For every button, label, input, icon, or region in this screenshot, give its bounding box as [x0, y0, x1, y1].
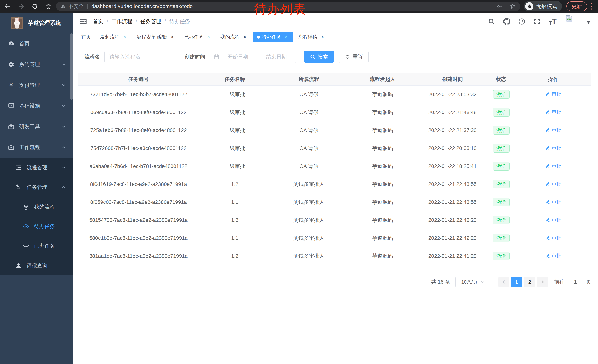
approve-button[interactable]: 审批 [545, 163, 561, 169]
breadcrumb-home[interactable]: 首页 [93, 18, 103, 25]
edit-pen-icon [545, 91, 550, 97]
cell-task-id: a6aba0a4-7b6d-11ec-b781-acde48001122 [78, 163, 199, 169]
page-button-2[interactable]: 2 [524, 277, 535, 287]
browser-forward-icon[interactable] [18, 3, 25, 10]
approve-button[interactable]: 审批 [545, 109, 561, 115]
cell-task-id: 8f059c03-7ac8-11ec-a9e2-a2380e71991a [78, 199, 199, 205]
status-badge: 激活 [493, 108, 510, 117]
browser-update-button[interactable]: 更新 [566, 1, 587, 11]
cell-process: 测试多审批人 [270, 199, 347, 206]
password-key-icon[interactable] [497, 3, 503, 9]
fullscreen-icon[interactable] [533, 18, 540, 25]
sidebar-item-workflow[interactable]: 工作流程 [0, 137, 73, 158]
next-page-button[interactable] [537, 277, 548, 287]
prev-page-button[interactable] [498, 277, 509, 287]
browser-home-icon[interactable] [45, 3, 52, 10]
browser-menu-icon[interactable] [590, 2, 593, 10]
avatar[interactable] [565, 14, 580, 29]
table-row[interactable]: 381aa1dd-7ac8-11ec-a9e2-a2380e71991a 1.2… [78, 247, 591, 265]
table-row[interactable]: 73211d9d-7b9b-11ec-b5b7-acde48001122 一级审… [78, 86, 591, 104]
cell-create-time: 2022-01-21 22:43:55 [418, 199, 487, 205]
sidebar-item-process-management[interactable]: 流程管理 [0, 158, 73, 177]
date-range-picker[interactable]: 开始日期 - 结束日期 [210, 51, 296, 63]
goto-page-input[interactable] [568, 277, 583, 287]
table-row[interactable]: 580e1b3d-7ac8-11ec-a9e2-a2380e71991a 1.1… [78, 229, 591, 247]
approve-button[interactable]: 审批 [545, 199, 561, 205]
table-row[interactable]: 8f059c03-7ac8-11ec-a9e2-a2380e71991a 1.1… [78, 193, 591, 211]
approve-button[interactable]: 审批 [545, 127, 561, 133]
cell-task-name: 1.1 [199, 235, 270, 241]
chevron-right-icon [540, 280, 545, 284]
tab[interactable]: 待办任务 [253, 32, 292, 42]
approve-button[interactable]: 审批 [545, 181, 561, 187]
browser-reload-icon[interactable] [32, 3, 38, 10]
header-actions: TT [488, 14, 598, 29]
bookmark-star-icon[interactable] [510, 3, 516, 9]
sidebar-item-todo-tasks[interactable]: 待办任务 [0, 217, 73, 236]
browser-back-icon[interactable] [4, 3, 11, 10]
sidebar-item-leave-query[interactable]: 请假查询 [0, 256, 73, 275]
person-face-icon [23, 203, 29, 210]
sidebar-item-dev-tools[interactable]: 研发工具 [0, 116, 73, 137]
sidebar-item-infrastructure[interactable]: 基础设施 [0, 96, 73, 116]
process-name-input[interactable] [105, 51, 172, 63]
font-size-icon[interactable]: TT [549, 18, 556, 25]
page-size-select[interactable]: 10条/页 [455, 277, 491, 287]
breadcrumb-task-management[interactable]: 任务管理 [141, 18, 161, 25]
approve-button[interactable]: 审批 [545, 91, 561, 97]
table-row[interactable]: 75d72608-7b7f-11ec-a3c8-acde48001122 一级审… [78, 139, 591, 157]
tab-close-icon[interactable] [122, 34, 127, 40]
tab-close-icon[interactable] [206, 34, 211, 40]
approve-button[interactable]: 审批 [545, 145, 561, 151]
status-badge: 激活 [493, 162, 510, 170]
table-row[interactable]: 069c6a63-7b8a-11ec-8ef0-acde48001122 一级审… [78, 104, 591, 121]
cell-task-id: 069c6a63-7b8a-11ec-8ef0-acde48001122 [78, 109, 199, 115]
chevron-up-icon [61, 145, 66, 150]
person-icon [15, 262, 22, 269]
table-row[interactable]: 8f0d1619-7ac8-11ec-a9e2-a2380e71991a 1.2… [78, 175, 591, 193]
tab[interactable]: 流程表单-编辑 [133, 32, 178, 42]
tab-close-icon[interactable] [284, 34, 289, 40]
tab[interactable]: 已办任务 [181, 32, 215, 42]
reset-button[interactable]: 重置 [339, 51, 369, 63]
sidebar-item-my-process[interactable]: 我的流程 [0, 197, 73, 217]
sidebar-item-task-management[interactable]: 任务管理 [0, 177, 73, 197]
search-icon[interactable] [488, 18, 495, 25]
tags-view: 首页 发起流程 流程表单-编辑 已办任务 我的流程 待办任务 [73, 30, 598, 44]
status-badge: 激活 [493, 90, 510, 99]
cell-create-time: 2022-01-21 22:42:23 [418, 235, 487, 241]
tab[interactable]: 首页 [78, 32, 94, 42]
sidebar-item-home[interactable]: 首页 [0, 33, 73, 54]
page-button-1[interactable]: 1 [511, 277, 522, 287]
sidebar: 芋道管理系统 首页 系统管理 ¥ 支付管理 [0, 13, 73, 364]
avatar-dropdown-icon[interactable] [587, 21, 590, 24]
approve-button[interactable]: 审批 [545, 252, 561, 259]
sidebar-fold-icon[interactable] [80, 18, 87, 25]
sidebar-scrollbar[interactable] [70, 33, 73, 100]
tab-close-icon[interactable] [170, 34, 175, 40]
tab[interactable]: 发起流程 [97, 32, 131, 42]
table-row[interactable]: 725a1eb6-7b88-11ec-8ef0-acde48001122 一级审… [78, 121, 591, 139]
tab[interactable]: 我的流程 [217, 32, 251, 42]
tab[interactable]: 流程详情 [295, 32, 329, 42]
table-row[interactable]: a6aba0a4-7b6d-11ec-b781-acde48001122 一级审… [78, 157, 591, 175]
tab-close-icon[interactable] [242, 34, 248, 40]
sidebar-item-system[interactable]: 系统管理 [0, 54, 73, 75]
omnibox-divider [87, 4, 88, 9]
goto-label: 前往 [554, 278, 565, 285]
breadcrumb: 首页 / 工作流程 / 任务管理 / 待办任务 [93, 18, 190, 25]
sidebar-item-done-tasks[interactable]: 已办任务 [0, 236, 73, 256]
cell-create-time: 2022-01-22 18:25:41 [418, 163, 487, 169]
tab-close-icon[interactable] [320, 34, 325, 40]
search-button[interactable]: 搜索 [304, 51, 334, 63]
cell-task-name: 1.2 [199, 217, 270, 223]
github-icon[interactable] [503, 18, 510, 25]
approve-button[interactable]: 审批 [545, 235, 561, 241]
table-row[interactable]: 58154733-7ac8-11ec-a9e2-a2380e71991a 1.2… [78, 211, 591, 229]
approve-button[interactable]: 审批 [545, 217, 561, 223]
help-icon[interactable] [518, 18, 525, 25]
sidebar-item-payment[interactable]: ¥ 支付管理 [0, 75, 73, 96]
cell-starter: 芋道源码 [347, 199, 418, 206]
cell-process: OA 请假 [270, 145, 347, 152]
breadcrumb-workflow[interactable]: 工作流程 [112, 18, 132, 25]
